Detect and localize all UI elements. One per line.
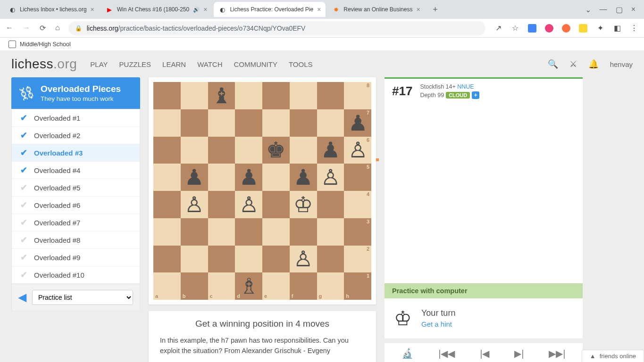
square-f2[interactable]: ♙ [290, 246, 317, 273]
piece[interactable]: ♝ [212, 85, 231, 107]
square-c8[interactable]: ♝ [208, 82, 235, 109]
lesson-item[interactable]: ✔Overloaded #3 [12, 144, 140, 162]
piece[interactable]: ♙ [321, 166, 340, 188]
audio-icon[interactable]: 🔊 [193, 7, 200, 13]
url-input[interactable]: 🔒 lichess.org/practice/basic-tactics/ove… [68, 21, 485, 35]
minimize-icon[interactable]: — [600, 5, 607, 14]
square-a7[interactable] [153, 109, 181, 137]
piece[interactable]: ♟ [321, 139, 340, 161]
browser-tab-active[interactable]: ◐ Lichess Practice: Overloaded Pie × [214, 2, 326, 17]
square-c4[interactable] [208, 191, 235, 218]
maximize-icon[interactable]: ▢ [616, 5, 623, 14]
browser-tab[interactable]: ▶ Win At Chess #16 (1800-250 🔊 × [101, 2, 212, 17]
square-a3[interactable] [153, 218, 181, 246]
square-b4[interactable]: ♙ [181, 191, 208, 218]
piece[interactable]: ♟ [184, 166, 204, 188]
next-move-icon[interactable]: ▶| [514, 348, 524, 359]
search-icon[interactable]: 🔍 [548, 59, 558, 69]
piece[interactable]: ♟ [293, 166, 313, 188]
square-b7[interactable] [181, 109, 208, 137]
microscope-icon[interactable]: 🔬 [401, 348, 413, 359]
square-e2[interactable] [262, 246, 290, 273]
piece[interactable]: ♔ [293, 194, 313, 215]
piece[interactable]: ♟ [348, 112, 368, 134]
lesson-item[interactable]: ✔Overloaded #10 [12, 266, 140, 284]
lesson-item[interactable]: ✔Overloaded #9 [12, 249, 140, 266]
square-g8[interactable] [317, 82, 344, 109]
chess-board[interactable]: ♝8♟7♚♟♙6♟♟♟♙5♙♙♔43♙2abc♗defg1h [153, 82, 371, 300]
lesson-item[interactable]: ✔Overloaded #1 [12, 109, 140, 127]
square-a4[interactable] [153, 191, 181, 218]
prev-move-icon[interactable]: |◀ [480, 348, 489, 359]
forward-icon[interactable]: → [23, 24, 30, 33]
chevron-down-icon[interactable]: ⌄ [585, 5, 591, 14]
bookmark-star-icon[interactable]: ☆ [511, 24, 519, 33]
practice-list-select[interactable]: Practice list [32, 290, 133, 305]
square-c7[interactable] [208, 109, 235, 137]
square-a5[interactable] [153, 164, 181, 191]
square-f8[interactable] [290, 82, 317, 109]
square-h4[interactable]: 4 [344, 191, 371, 218]
square-h1[interactable]: 1h [344, 272, 371, 300]
piece[interactable]: ♚ [266, 139, 285, 161]
nav-learn[interactable]: LEARN [162, 60, 186, 68]
square-d8[interactable] [235, 82, 262, 109]
close-icon[interactable]: × [203, 6, 207, 13]
challenge-icon[interactable]: ⚔ [569, 59, 577, 69]
square-d2[interactable] [235, 246, 262, 273]
ext-icon[interactable] [545, 24, 553, 33]
extensions-icon[interactable]: ✦ [596, 24, 604, 33]
square-c3[interactable] [208, 218, 235, 246]
square-c1[interactable]: c [208, 272, 235, 300]
square-g4[interactable] [317, 191, 344, 218]
ext-icon[interactable] [579, 24, 587, 33]
get-hint-link[interactable]: Get a hint [421, 320, 452, 328]
piece[interactable]: ♙ [184, 194, 204, 215]
reload-icon[interactable]: ⟳ [40, 24, 46, 33]
bookmark-item[interactable]: Middle/High School [20, 41, 71, 48]
plus-button[interactable]: + [472, 91, 479, 99]
square-b8[interactable] [181, 82, 208, 109]
square-d5[interactable]: ♟ [235, 164, 262, 191]
piece[interactable]: ♗ [239, 275, 259, 297]
piece[interactable]: ♙ [293, 248, 313, 270]
square-h5[interactable]: 5 [344, 164, 371, 191]
square-g5[interactable]: ♙ [317, 164, 344, 191]
ext-icon[interactable] [562, 24, 570, 33]
square-b2[interactable] [181, 246, 208, 273]
square-h6[interactable]: ♙6 [344, 137, 371, 164]
square-f4[interactable]: ♔ [290, 191, 317, 218]
square-a6[interactable] [153, 137, 181, 164]
menu-icon[interactable]: ⋮ [630, 24, 638, 33]
back-button[interactable]: ◀ [18, 291, 26, 304]
username-link[interactable]: henvay [610, 60, 633, 68]
square-g7[interactable] [317, 109, 344, 137]
square-b5[interactable]: ♟ [181, 164, 208, 191]
square-h8[interactable]: 8 [344, 82, 371, 109]
lesson-item[interactable]: ✔Overloaded #5 [12, 179, 140, 197]
nav-puzzles[interactable]: PUZZLES [119, 60, 151, 68]
share-icon[interactable]: ↗ [494, 24, 502, 33]
close-window-icon[interactable]: × [631, 5, 636, 14]
square-e1[interactable]: e [262, 272, 290, 300]
square-c2[interactable] [208, 246, 235, 273]
home-icon[interactable]: ⌂ [55, 24, 60, 33]
square-e6[interactable]: ♚ [262, 137, 290, 164]
lesson-item[interactable]: ✔Overloaded #6 [12, 197, 140, 214]
square-f7[interactable] [290, 109, 317, 137]
square-c6[interactable] [208, 137, 235, 164]
browser-tab[interactable]: ◐ Lichess Inbox • lichess.org × [4, 2, 99, 17]
piece[interactable]: ♟ [239, 166, 259, 188]
close-icon[interactable]: × [416, 6, 420, 13]
square-e5[interactable] [262, 164, 290, 191]
square-e7[interactable] [262, 109, 290, 137]
lesson-item[interactable]: ✔Overloaded #7 [12, 214, 140, 231]
square-b3[interactable] [181, 218, 208, 246]
square-a1[interactable]: a [153, 272, 181, 300]
square-d4[interactable]: ♙ [235, 191, 262, 218]
square-e4[interactable] [262, 191, 290, 218]
first-move-icon[interactable]: |◀◀ [438, 348, 455, 359]
lesson-item[interactable]: ✔Overloaded #8 [12, 231, 140, 249]
square-d6[interactable] [235, 137, 262, 164]
lesson-item[interactable]: ✔Overloaded #4 [12, 162, 140, 179]
